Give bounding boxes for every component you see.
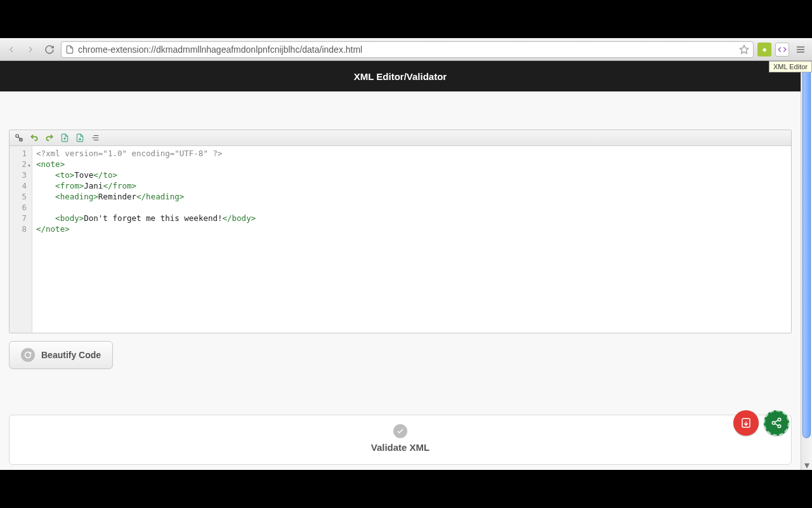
line-number-gutter: 12▾345678 [10, 146, 32, 333]
app-content: 12▾345678 <?xml version="1.0" encoding="… [0, 91, 801, 470]
page-viewport: XML Editor/Validator [0, 61, 801, 470]
beautify-label: Beautify Code [41, 350, 101, 360]
browser-toolbar: chrome-extension://dkmadmmllnhageafmdonl… [0, 38, 812, 61]
app-title: XML Editor/Validator [354, 71, 447, 82]
undo-icon[interactable] [29, 132, 40, 144]
file-icon [65, 45, 74, 54]
bookmark-star-icon[interactable] [739, 44, 749, 55]
svg-point-15 [778, 425, 781, 428]
svg-line-17 [775, 424, 778, 425]
back-button[interactable] [4, 42, 19, 57]
editor-toolbar [10, 130, 791, 146]
scroll-down-arrow[interactable]: ▾ [801, 460, 812, 470]
extension-tooltip: XML Editor [769, 61, 812, 72]
svg-line-5 [18, 137, 20, 138]
reload-button[interactable] [42, 42, 57, 57]
code-area[interactable]: 12▾345678 <?xml version="1.0" encoding="… [10, 146, 791, 333]
app-header: XML Editor/Validator [0, 61, 801, 91]
save-file-icon[interactable] [74, 132, 86, 144]
svg-line-16 [775, 420, 778, 422]
find-icon[interactable] [13, 132, 25, 144]
svg-point-4 [16, 135, 19, 138]
validate-panel[interactable]: Validate XML [9, 415, 792, 465]
share-button[interactable] [764, 410, 789, 436]
check-icon [393, 424, 407, 438]
url-text: chrome-extension://dkmadmmllnhageafmdonl… [78, 44, 735, 55]
svg-line-7 [20, 138, 22, 141]
code-text[interactable]: <?xml version="1.0" encoding="UTF-8" ?> … [32, 146, 259, 333]
xml-editor: 12▾345678 <?xml version="1.0" encoding="… [9, 130, 792, 333]
extension-xml-editor-icon[interactable] [775, 43, 789, 57]
validate-label: Validate XML [10, 442, 791, 453]
svg-marker-0 [740, 45, 748, 53]
extension-icon-1[interactable]: ● [757, 43, 771, 57]
export-pdf-button[interactable] [733, 410, 759, 436]
scrollbar-thumb[interactable] [802, 62, 811, 438]
svg-point-14 [772, 422, 775, 425]
chrome-menu-button[interactable] [793, 42, 808, 57]
floating-actions [733, 410, 789, 436]
beautify-button[interactable]: Beautify Code [9, 341, 113, 369]
format-icon[interactable] [89, 132, 101, 144]
svg-point-13 [778, 418, 781, 422]
address-bar[interactable]: chrome-extension://dkmadmmllnhageafmdonl… [61, 41, 754, 58]
open-file-icon[interactable] [59, 132, 70, 144]
refresh-icon [21, 348, 35, 362]
page-scrollbar[interactable]: ▾ [801, 61, 812, 470]
forward-button[interactable] [23, 42, 38, 57]
redo-icon[interactable] [44, 132, 55, 144]
